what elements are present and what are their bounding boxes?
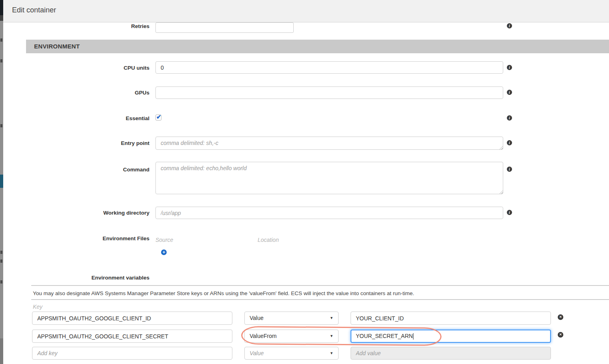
divider bbox=[31, 285, 609, 286]
retries-label: Retries bbox=[24, 23, 149, 29]
divider bbox=[31, 299, 609, 300]
dimmed-page-edge-bottom bbox=[0, 338, 3, 364]
plus-icon: + bbox=[162, 249, 165, 255]
env-var-key-input[interactable] bbox=[32, 330, 232, 343]
cpu-units-label: CPU units bbox=[24, 65, 149, 71]
env-files-source-header: Source bbox=[155, 237, 173, 243]
command-info-icon[interactable]: i bbox=[507, 167, 512, 172]
delete-env-var-button[interactable]: ✕ bbox=[558, 332, 563, 338]
chevron-down-icon: ▼ bbox=[330, 312, 333, 324]
retries-info-icon[interactable]: i bbox=[507, 23, 512, 28]
checkmark-icon: ✔ bbox=[156, 113, 161, 121]
cpu-units-input[interactable] bbox=[155, 61, 503, 74]
environment-section-header: ENVIRONMENT bbox=[26, 40, 609, 53]
chevron-down-icon: ▼ bbox=[330, 330, 333, 342]
close-icon: ✕ bbox=[559, 315, 562, 319]
env-var-value-input[interactable] bbox=[351, 347, 551, 360]
env-var-type-select[interactable]: ValueFrom ▼ bbox=[244, 330, 339, 343]
environment-files-label: Environment Files bbox=[24, 235, 149, 241]
dimmed-page-edge-top bbox=[0, 0, 3, 15]
command-input[interactable] bbox=[155, 162, 503, 194]
entry-point-input[interactable] bbox=[155, 137, 503, 150]
delete-env-var-button[interactable]: ✕ bbox=[558, 314, 563, 320]
chevron-down-icon: ▼ bbox=[330, 347, 333, 359]
modal-title: Edit container bbox=[12, 6, 56, 14]
env-var-value-input[interactable]: YOUR_SECRET_ARN bbox=[351, 330, 551, 343]
essential-checkbox[interactable]: ✔ bbox=[155, 115, 161, 121]
env-vars-key-header: Key bbox=[33, 304, 42, 310]
essential-label: Essential bbox=[24, 115, 149, 121]
environment-variables-label: Environment variables bbox=[24, 275, 149, 281]
gpus-input[interactable] bbox=[155, 86, 503, 99]
add-environment-file-button[interactable]: + bbox=[161, 249, 167, 255]
working-directory-label: Working directory bbox=[24, 210, 149, 216]
gpus-label: GPUs bbox=[24, 90, 149, 96]
env-var-value-text: YOUR_SECRET_ARN bbox=[356, 333, 413, 339]
close-icon: ✕ bbox=[559, 333, 562, 336]
env-var-key-input[interactable] bbox=[32, 347, 232, 360]
command-label: Command bbox=[24, 167, 149, 173]
dimmed-page-edge bbox=[0, 0, 3, 364]
env-var-type-select[interactable]: Value ▼ bbox=[244, 347, 339, 360]
entry-point-info-icon[interactable]: i bbox=[507, 140, 512, 145]
cpu-units-info-icon[interactable]: i bbox=[507, 65, 512, 70]
selected-option: Value bbox=[250, 350, 264, 356]
working-directory-input[interactable] bbox=[155, 207, 503, 219]
env-var-value-input[interactable] bbox=[351, 312, 551, 325]
dimmed-page-edge-teal bbox=[0, 175, 3, 188]
working-directory-info-icon[interactable]: i bbox=[507, 210, 512, 215]
dimmed-page-edge-subtop bbox=[0, 15, 3, 21]
selected-option: ValueFrom bbox=[250, 333, 276, 339]
env-var-key-input[interactable] bbox=[32, 312, 232, 325]
essential-info-icon[interactable]: i bbox=[507, 115, 512, 121]
gpus-info-icon[interactable]: i bbox=[507, 90, 512, 95]
env-vars-note: You may also designate AWS Systems Manag… bbox=[33, 290, 414, 296]
env-files-location-header: Location bbox=[258, 237, 279, 243]
modal-header: Edit container bbox=[3, 0, 609, 22]
selected-option: Value bbox=[250, 315, 264, 321]
retries-input[interactable] bbox=[155, 22, 294, 33]
env-var-type-select[interactable]: Value ▼ bbox=[244, 312, 339, 325]
text-cursor bbox=[413, 333, 413, 340]
entry-point-label: Entry point bbox=[24, 140, 149, 146]
